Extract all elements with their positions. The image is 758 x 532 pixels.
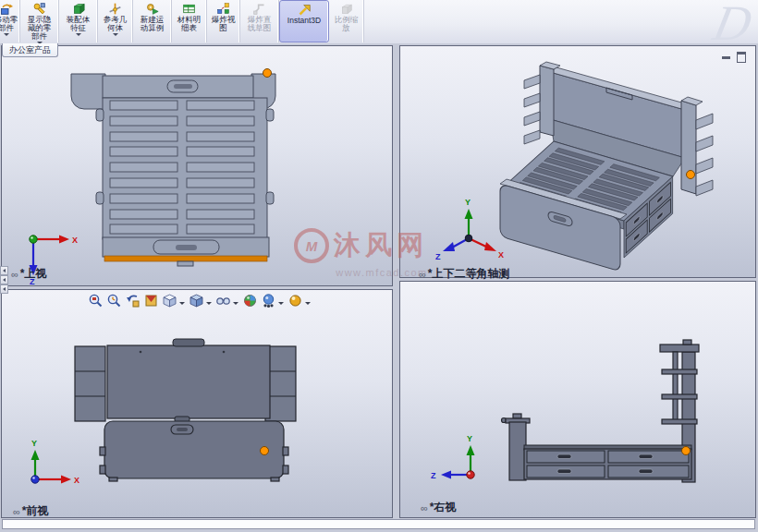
scale-icon [339,2,353,16]
orientation-triad: Y Z [431,434,475,480]
minimize-icon[interactable] [722,56,730,59]
viewport-right-view[interactable]: Y Z ∞ *右视 [399,281,756,518]
hide-show-items-icon[interactable] [215,293,231,308]
svg-text:Z: Z [431,471,436,480]
dropdown-caret-icon[interactable] [76,33,81,36]
restore-icon[interactable] [737,52,746,63]
view-label-top: ∞ *上视 [11,266,47,282]
view-origin-icon: ∞ [419,269,425,280]
reference-geometry-icon [108,2,122,16]
instant3d-button[interactable]: Instant3D [279,0,329,42]
svg-text:Y: Y [31,439,37,448]
bill-of-materials-button[interactable]: 材料明细表 [172,0,207,42]
splitter-arrow-button[interactable] [0,275,8,284]
dropdown-caret-icon[interactable] [278,302,284,305]
move-component-button[interactable]: 移动零部件 [0,0,20,42]
view-label-right: ∞ *右视 [421,500,457,515]
svg-text:X: X [498,250,504,260]
top-view-model[interactable]: X Z [2,46,392,285]
splitter-arrow-button[interactable] [0,284,8,294]
view-orientation-icon[interactable] [162,293,177,308]
exploded-view-icon [216,2,230,16]
view-label-front: ∞ *前视 [13,503,49,519]
graphics-area: X Z ∞ *上视 [0,43,758,532]
right-view-model[interactable]: Y Z [400,282,755,517]
edit-appearance-icon[interactable] [242,293,258,308]
orientation-triad: Y X Z [435,198,504,261]
orientation-triad: Y X [31,439,80,485]
command-manager: 移动零部件 显示隐藏的零部件 装配体特征 [0,0,758,44]
instant3d-icon [298,3,312,17]
document-window-controls [722,52,746,63]
zoom-to-area-icon[interactable] [106,293,122,308]
previous-view-icon[interactable] [125,293,141,308]
show-hidden-components-icon [32,2,46,16]
exploded-view-button[interactable]: 爆炸视图 [207,0,240,42]
svg-text:Y: Y [465,198,471,207]
view-settings-icon[interactable] [287,293,303,308]
dropdown-caret-icon[interactable] [179,302,185,305]
explode-line-sketch-button[interactable]: 爆炸直线草图 [240,0,279,42]
dimetric-model[interactable]: Y X Z [400,46,755,277]
explode-line-sketch-icon [252,2,266,16]
view-origin-icon: ∞ [11,269,18,280]
zoom-to-fit-icon[interactable] [88,293,104,308]
assembly-features-icon [71,2,85,16]
new-motion-study-icon [145,2,159,16]
svg-text:Z: Z [435,252,441,261]
commandmanager-tab-office-products[interactable]: 办公室产品 [2,43,58,57]
reference-point[interactable] [261,447,269,455]
svg-text:X: X [72,236,78,245]
view-origin-icon: ∞ [13,506,19,517]
dropdown-caret-icon[interactable] [233,302,238,305]
svg-text:Y: Y [467,434,472,443]
new-motion-study-button[interactable]: 新建运动算例 [133,0,172,42]
heads-up-view-toolbar [88,293,312,308]
horizontal-scrollbar[interactable] [2,519,755,529]
display-style-icon[interactable] [189,293,204,308]
move-component-icon [0,2,13,16]
viewport-top-view[interactable]: X Z ∞ *上视 [1,45,393,286]
view-label-dimetric: ∞ *上下二等角轴测 [419,266,510,282]
solidworks-window: 移动零部件 显示隐藏的零部件 装配体特征 [0,0,758,532]
dropdown-caret-icon[interactable] [113,33,118,36]
show-hidden-components-button[interactable]: 显示隐藏的零部件 [20,0,59,42]
reference-point[interactable] [263,69,272,78]
front-view-model[interactable]: Y X [2,290,392,517]
dropdown-caret-icon[interactable] [206,302,212,305]
dropdown-caret-icon[interactable] [305,302,311,305]
viewport-front-view[interactable]: Y X ∞ *前视 [1,289,393,518]
dropdown-caret-icon[interactable] [4,33,9,36]
pane-splitter-controls [0,266,9,294]
splitter-arrow-button[interactable] [0,266,8,275]
assembly-features-button[interactable]: 装配体特征 [59,0,98,42]
view-origin-icon: ∞ [421,502,427,514]
ribbon-buttons: 移动零部件 显示隐藏的零部件 装配体特征 [0,0,364,43]
viewport-dimetric[interactable]: Y X Z ∞ *上下二等角轴测 [399,45,756,278]
section-view-icon[interactable] [143,293,159,308]
bill-of-materials-icon [182,2,196,16]
reference-geometry-button[interactable]: 参考几何体 [98,0,133,42]
scale-button[interactable]: 比例缩放 [329,0,364,42]
reference-point[interactable] [687,171,695,179]
reference-point[interactable] [682,447,691,455]
svg-text:X: X [74,476,79,485]
apply-scene-icon[interactable] [261,293,276,308]
